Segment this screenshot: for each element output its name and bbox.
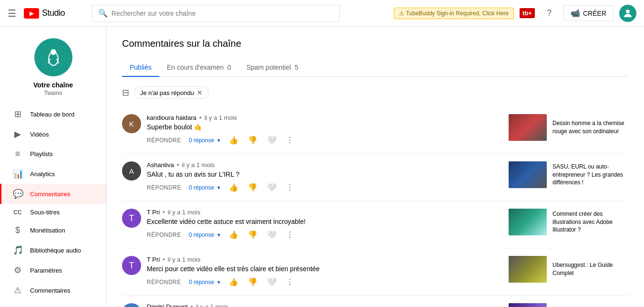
tab-spam[interactable]: Spam potentiel 5 — [239, 59, 306, 77]
dashboard-icon: ⊞ — [13, 109, 22, 119]
comment-time: il y a 1 mois — [168, 209, 201, 216]
reply-button[interactable]: RÉPONDRE — [147, 279, 181, 286]
video-thumbnail[interactable] — [509, 256, 547, 283]
like-button[interactable]: 👍 — [228, 135, 239, 146]
comment-dot: • — [163, 209, 165, 216]
tab-en-cours[interactable]: En cours d'examen 0 — [159, 59, 239, 77]
sidebar-item-sous-titres[interactable]: CC Sous-titres — [0, 204, 106, 221]
comment-actions: RÉPONDRE 0 réponse ▾ 👍 👎 🤍 ⋮ — [147, 135, 503, 146]
video-thumbnail[interactable] — [509, 161, 547, 188]
like-button[interactable]: 👍 — [228, 276, 239, 287]
create-button[interactable]: 📹 CRÉER — [563, 5, 613, 21]
comment-dot: • — [199, 114, 202, 121]
comment-author: T Pri — [147, 256, 160, 263]
chip-close-button[interactable]: ✕ — [197, 89, 203, 96]
sidebar-label-commentaires: Commentaires — [30, 191, 71, 198]
reply-button[interactable]: RÉPONDRE — [147, 184, 181, 191]
comment-meta: Dimitri Dumont • il y a 1 mois — [147, 303, 503, 307]
sidebar-item-commentaires[interactable]: 💬 Commentaires — [0, 184, 106, 204]
comment-text: SAlut , tu as un avis sur L'IRL ? — [147, 170, 503, 178]
playlists-icon: ≡ — [13, 149, 22, 159]
comment-row: K kandioura haidara • il y a 1 mois Supe… — [122, 106, 629, 154]
video-thumbnail[interactable] — [509, 303, 547, 307]
video-thumb-image — [509, 114, 547, 141]
dislike-button[interactable]: 👎 — [247, 135, 258, 146]
reply-count[interactable]: 0 réponse ▾ — [189, 184, 220, 191]
reply-count[interactable]: 0 réponse ▾ — [189, 232, 220, 238]
comment-time: il y a 1 mois — [182, 161, 215, 169]
heart-button[interactable]: 🤍 — [266, 229, 277, 240]
comment-row: A Ashantiva • il y a 1 mois SAlut , tu a… — [122, 154, 629, 201]
sidebar-item-parametres[interactable]: ⚙ Paramètres — [0, 260, 106, 280]
more-options-button[interactable]: ⋮ — [285, 229, 295, 240]
comment-time: il y a 1 mois — [196, 303, 229, 307]
create-label: CRÉER — [583, 10, 606, 17]
search-bar: 🔍 — [92, 5, 340, 22]
sidebar-item-bibliotheque[interactable]: 🎵 Bibliothèque audio — [0, 240, 106, 260]
sidebar-item-analytics[interactable]: 📊 Analytics — [0, 164, 106, 184]
user-avatar[interactable] — [619, 5, 636, 22]
video-thumb-image — [509, 256, 547, 283]
search-input[interactable] — [112, 10, 334, 17]
svg-point-2 — [51, 49, 56, 55]
sidebar-item-monetisation[interactable]: $ Monétisation — [0, 221, 106, 240]
dislike-button[interactable]: 👎 — [247, 229, 258, 240]
comment-row: T T Pri • il y a 1 mois Merci pour cette… — [122, 248, 629, 296]
heart-button[interactable]: 🤍 — [266, 182, 277, 193]
dislike-button[interactable]: 👎 — [247, 276, 258, 287]
menu-icon[interactable]: ☰ — [8, 8, 16, 19]
logo[interactable]: Studio — [24, 8, 65, 19]
sidebar-item-tableau-de-bord[interactable]: ⊞ Tableau de bord — [0, 104, 106, 124]
comment-text: Superbe boulot 🤙 — [147, 123, 503, 131]
comment-actions: RÉPONDRE 0 réponse ▾ 👍 👎 🤍 ⋮ — [147, 229, 503, 240]
commentaires-icon: 💬 — [13, 189, 22, 199]
heart-button[interactable]: 🤍 — [266, 276, 277, 287]
comment-body: kandioura haidara • il y a 1 mois Superb… — [147, 114, 503, 146]
comment-text: Excellente vidéo cette astuce est vraime… — [147, 218, 503, 225]
comment-dot: • — [163, 256, 165, 263]
more-options-button[interactable]: ⋮ — [285, 276, 295, 287]
filter-icon[interactable]: ⊟ — [122, 87, 129, 98]
video-thumb-image — [509, 161, 547, 188]
like-button[interactable]: 👍 — [228, 182, 239, 193]
like-button[interactable]: 👍 — [228, 229, 239, 240]
video-thumbnail[interactable] — [509, 114, 547, 141]
help-button[interactable]: ? — [541, 5, 558, 22]
sidebar-label-dashboard: Tableau de bord — [30, 111, 74, 118]
channel-name: Votre chaîne — [33, 81, 73, 89]
video-thumb-image — [509, 209, 547, 235]
video-thumbnail[interactable] — [509, 209, 547, 235]
sidebar-item-videos[interactable]: ▶ Vidéos — [0, 124, 106, 144]
comment-body: T Pri • il y a 1 mois Excellente vidéo c… — [147, 209, 503, 240]
reply-button[interactable]: RÉPONDRE — [147, 137, 181, 144]
filter-row: ⊟ Je n'ai pas répondu ✕ — [122, 86, 629, 99]
reply-button[interactable]: RÉPONDRE — [147, 232, 181, 238]
channel-avatar[interactable] — [34, 38, 72, 76]
reply-count[interactable]: 0 réponse ▾ — [189, 137, 220, 144]
comment-dot: • — [191, 303, 193, 307]
reply-count[interactable]: 0 réponse ▾ — [189, 279, 220, 286]
comment-actions: RÉPONDRE 0 réponse ▾ 👍 👎 🤍 ⋮ — [147, 182, 503, 193]
comment-dot: • — [177, 161, 179, 169]
more-options-button[interactable]: ⋮ — [285, 135, 295, 146]
tubebuddy-badge-label: tb+ — [522, 10, 532, 17]
comment-meta: kandioura haidara • il y a 1 mois — [147, 114, 503, 121]
tubebuddy-warning[interactable]: ⚠ TubeBuddy Sign-in Required, Click Here — [394, 8, 514, 19]
comment-author: Dimitri Dumont — [147, 303, 188, 307]
comment-row: T T Pri • il y a 1 mois Excellente vidéo… — [122, 201, 629, 248]
comments-list: K kandioura haidara • il y a 1 mois Supe… — [122, 106, 629, 307]
sidebar-label-monetisation: Monétisation — [30, 227, 65, 234]
video-title: Ubersuggest : Le Guide Complet — [552, 261, 629, 277]
comment-time: il y a 1 mois — [168, 256, 201, 263]
tubebuddy-badge[interactable]: tb+ — [520, 8, 535, 18]
sidebar-item-playlists[interactable]: ≡ Playlists — [0, 144, 106, 164]
comment-meta: T Pri • il y a 1 mois — [147, 209, 503, 216]
sidebar-label-videos: Vidéos — [30, 131, 49, 138]
heart-button[interactable]: 🤍 — [266, 135, 277, 146]
tab-publies[interactable]: Publiés — [122, 59, 159, 77]
sidebar-item-feedback[interactable]: ⚠ Commentaires — [0, 280, 106, 300]
dislike-button[interactable]: 👎 — [247, 182, 258, 193]
comment-body: T Pri • il y a 1 mois Merci pour cette v… — [147, 256, 503, 287]
sidebar-label-playlists: Playlists — [30, 150, 53, 158]
more-options-button[interactable]: ⋮ — [285, 182, 295, 193]
